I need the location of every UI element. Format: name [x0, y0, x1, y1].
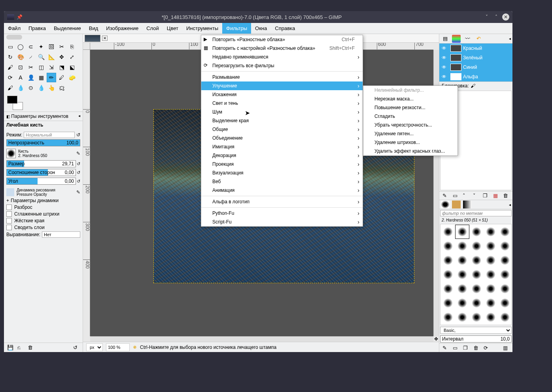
- brush-item[interactable]: [441, 254, 455, 267]
- menu-item[interactable]: Удаление штрихов...: [363, 138, 457, 147]
- channel-row-Альфа[interactable]: 👁Альфа: [439, 72, 512, 81]
- ruler-vertical[interactable]: 0100200300400: [83, 50, 90, 336]
- visibility-icon[interactable]: 👁: [439, 64, 449, 70]
- menu-item[interactable]: Нерезкая маска...: [363, 95, 457, 103]
- layers-tab-icon[interactable]: ▤: [441, 35, 450, 43]
- brush-item[interactable]: [484, 254, 497, 267]
- tool-12[interactable]: ✥: [57, 52, 66, 62]
- close-button[interactable]: ✕: [502, 13, 509, 21]
- channel-row-Синий[interactable]: 👁Синий: [439, 62, 512, 72]
- zoom-input[interactable]: [106, 343, 130, 351]
- brush-item[interactable]: [498, 254, 512, 267]
- brush-item[interactable]: [498, 225, 512, 239]
- menu-выделение[interactable]: Выделение: [50, 23, 85, 34]
- tool-1[interactable]: ◯: [16, 42, 25, 51]
- menu-item[interactable]: ▶Повторить «Разностные облака»Ctrl+F: [201, 35, 363, 44]
- visibility-icon[interactable]: 👁: [439, 45, 449, 51]
- menu-изображение[interactable]: Изображение: [102, 23, 142, 34]
- channel-row-Зелёный[interactable]: 👁Зелёный: [439, 53, 512, 62]
- lock-brush-icon[interactable]: 🖌: [471, 83, 475, 89]
- brush-item[interactable]: [456, 254, 469, 267]
- refresh-brush-icon[interactable]: ⟳: [484, 345, 490, 351]
- delete-channel-icon[interactable]: 🗑: [503, 193, 509, 199]
- tool-23[interactable]: 👤: [26, 73, 36, 82]
- undo-tab-icon[interactable]: ↶: [474, 35, 483, 43]
- menu-item[interactable]: Улучшение: [201, 81, 363, 90]
- menu-item[interactable]: Веб: [201, 177, 363, 186]
- brush-item[interactable]: [498, 239, 512, 253]
- image-tab-thumb[interactable]: [85, 35, 100, 42]
- brush-edit-icon[interactable]: ✎: [76, 151, 80, 156]
- tool-13[interactable]: ⤢: [67, 52, 77, 62]
- menu-инструменты[interactable]: Инструменты: [182, 23, 222, 34]
- brush-item[interactable]: [498, 296, 512, 310]
- dup-brush-icon[interactable]: ❐: [463, 345, 469, 351]
- brush-item[interactable]: [484, 225, 497, 239]
- brushes-tab-icon[interactable]: [441, 201, 450, 208]
- save-options-icon[interactable]: 💾: [7, 345, 13, 351]
- brush-item[interactable]: [470, 254, 483, 267]
- tool-16[interactable]: ✂: [26, 62, 36, 72]
- paths-tab-icon[interactable]: 〰: [463, 35, 472, 43]
- size-reset-icon[interactable]: ↺: [77, 161, 80, 167]
- layers-menu-icon[interactable]: ◂: [509, 36, 511, 41]
- smooth-check[interactable]: Сглаженные штрихи: [6, 211, 80, 217]
- dup-channel-icon[interactable]: ❐: [483, 193, 489, 199]
- tool-9[interactable]: ⟋: [26, 52, 36, 62]
- reset-options-icon[interactable]: ↺: [73, 345, 79, 351]
- brush-item[interactable]: [456, 311, 469, 324]
- brush-item[interactable]: [470, 296, 483, 310]
- menu-item[interactable]: Script-Fu: [201, 218, 363, 226]
- tool-11[interactable]: 📐: [47, 52, 56, 62]
- menu-item[interactable]: Выделение края: [201, 116, 363, 125]
- fg-color-swatch[interactable]: [7, 96, 17, 104]
- menu-окна[interactable]: Окна: [251, 23, 271, 34]
- brush-item[interactable]: [441, 282, 455, 295]
- menu-item[interactable]: Python-Fu: [201, 209, 363, 218]
- brush-item[interactable]: [470, 225, 483, 239]
- brush-grid[interactable]: [440, 224, 512, 325]
- brush-item[interactable]: [456, 268, 469, 281]
- horizontal-scrollbar[interactable]: [90, 336, 433, 342]
- tool-18[interactable]: ⇲: [47, 62, 56, 72]
- menu-item[interactable]: Анимация: [201, 186, 363, 195]
- tool-25[interactable]: ✏: [47, 73, 56, 82]
- brush-item[interactable]: [470, 311, 483, 324]
- brush-filter-input[interactable]: [440, 210, 512, 216]
- menu-справка[interactable]: Справка: [271, 23, 299, 34]
- brush-preset-select[interactable]: Basic,: [440, 327, 512, 334]
- scatter-check[interactable]: Разброс: [6, 205, 80, 210]
- tool-33[interactable]: 🗯: [57, 83, 66, 93]
- aspect-slider[interactable]: Соотношение сторон0,00: [6, 169, 76, 176]
- tool-24[interactable]: ▦: [36, 73, 46, 82]
- brush-item[interactable]: [470, 239, 483, 253]
- aspect-reset-icon[interactable]: ↺: [77, 170, 80, 175]
- menu-цвет[interactable]: Цвет: [163, 23, 182, 34]
- brush-item[interactable]: [456, 282, 469, 295]
- brush-preview-icon[interactable]: [6, 149, 16, 158]
- restore-options-icon[interactable]: ⎌: [17, 345, 24, 351]
- size-slider[interactable]: Размер29,71: [6, 160, 76, 167]
- tool-26[interactable]: 🖊: [57, 73, 66, 82]
- visibility-icon[interactable]: 👁: [439, 55, 449, 61]
- menu-item[interactable]: ▦Повторить с настройкой «Разностные обла…: [201, 44, 363, 53]
- dynamics-edit-icon[interactable]: ✎: [76, 189, 80, 195]
- tool-8[interactable]: 🎨: [16, 52, 25, 62]
- tool-15[interactable]: ⊡: [16, 62, 25, 72]
- brush-item[interactable]: [470, 268, 483, 281]
- brush-item[interactable]: [484, 282, 497, 295]
- tool-32[interactable]: 👆: [47, 83, 56, 93]
- new-brush-icon[interactable]: ▭: [453, 345, 459, 351]
- brush-item[interactable]: [441, 239, 455, 253]
- brush-item[interactable]: [484, 268, 497, 281]
- channel-row-Красный[interactable]: 👁Красный: [439, 44, 512, 53]
- brush-item[interactable]: [484, 239, 497, 253]
- tool-27[interactable]: 🧽: [67, 73, 77, 82]
- brush-item[interactable]: [441, 311, 455, 324]
- menu-item[interactable]: Сгладить: [363, 112, 457, 121]
- dynamics-params-expander[interactable]: Параметры динамики: [11, 198, 59, 203]
- tool-5[interactable]: ✂: [57, 42, 66, 51]
- menu-item[interactable]: Убрать черезстрочность...: [363, 121, 457, 129]
- brush-item[interactable]: [456, 239, 469, 253]
- tool-4[interactable]: 🞖: [47, 42, 56, 51]
